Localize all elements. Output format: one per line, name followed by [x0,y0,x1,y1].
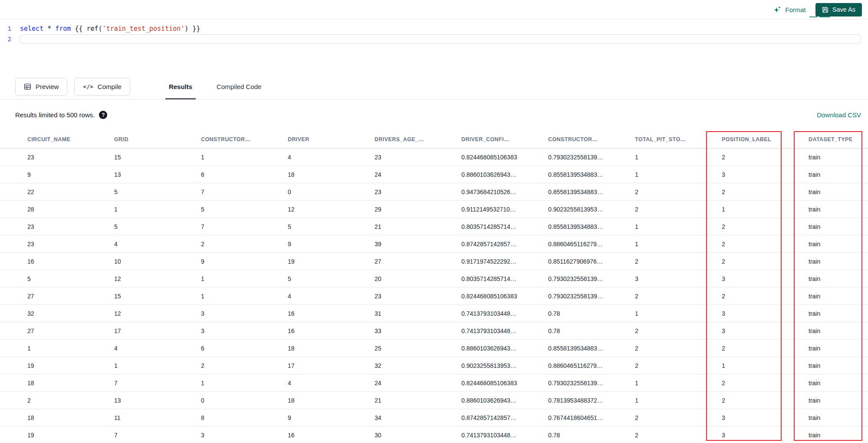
help-icon[interactable]: ? [99,111,107,119]
table-row: 271514230.8244680851063830.7930232558139… [0,288,868,305]
table-cell: 9 [22,171,108,178]
table-cell: 2 [629,293,716,300]
table-cell: 1 [629,397,716,404]
table-cell: 4 [282,154,369,161]
table-row: 23575210.8035714285714…0.8558139534883…1… [0,218,868,235]
table-cell: 3 [716,432,803,439]
table-cell: 2 [629,327,716,334]
table-cell: 0.824468085106383 [456,154,542,161]
table-row: 281512290.9112149532710…0.9023255813953…… [0,201,868,218]
code-line[interactable]: 2 [0,34,868,44]
table-row: 231514230.8244680851063830.7930232558139… [0,149,868,166]
table-cell: 0.7413793103448… [456,432,542,439]
code-content[interactable] [20,34,861,44]
tab-compiled-code[interactable]: Compiled Code [204,74,273,99]
column-header[interactable]: DRIVER_CONFI… [456,136,542,142]
table-cell: 13 [108,397,195,404]
format-label: Format [785,6,806,13]
save-as-label: Save As [832,6,855,13]
table-cell: 3 [716,327,803,334]
table-cell: 0.7930232558139… [542,154,629,161]
table-cell: 4 [108,241,195,248]
column-header[interactable]: DRIVERS_AGE_… [369,136,456,142]
table-cell: 0.9473684210526… [456,188,542,195]
table-cell: 0.8558139534883… [542,223,629,230]
preview-button[interactable]: Preview [15,78,67,96]
table-cell: 2 [629,188,716,195]
format-button[interactable]: Format [773,6,806,13]
table-cell: 2 [716,258,803,265]
save-as-menu-edge-artifact [809,17,830,17]
table-row: 197316300.7413793103448…0.7823train [0,426,868,443]
table-cell: 25 [369,345,456,352]
table-cell: train [803,206,868,213]
table-cell: 18 [22,414,108,421]
table-cell: 0.8860103626943… [456,345,542,352]
table-cell: 7 [108,432,195,439]
table-cell: 3 [716,310,803,317]
table-cell: 24 [369,171,456,178]
table-cell: 13 [108,171,195,178]
column-header[interactable]: POSITION_LABEL [716,136,803,142]
code-line[interactable]: 1select * from {{ ref('train_test_positi… [0,23,868,34]
results-limit-wrap: Results limited to 500 rows. ? [15,111,107,119]
table-cell: 1 [629,223,716,230]
table-row: 18714240.8244680851063830.7930232558139…… [0,374,868,392]
results-table: CIRCUIT_NAMEGRIDCONSTRUCTOR…DRIVERDRIVER… [0,130,868,443]
table-cell: 0.8860103626943… [456,171,542,178]
table-cell: train [803,432,868,439]
table-cell: 10 [108,258,195,265]
table-cell: 16 [22,258,108,265]
table-cell: 1 [629,241,716,248]
column-header[interactable]: DRIVER [282,136,369,142]
table-cell: 2 [629,345,716,352]
table-cell: 20 [369,275,456,282]
table-cell: 2 [629,206,716,213]
column-header[interactable]: DATASET_TYPE [803,136,868,142]
tab-results[interactable]: Results [157,74,204,99]
compile-label: Compile [98,83,122,90]
table-cell: 32 [22,310,108,317]
download-csv-link[interactable]: Download CSV [817,111,861,119]
table-cell: 2 [629,432,716,439]
code-editor[interactable]: 1select * from {{ ref('train_test_positi… [0,20,868,74]
table-cell: 0.8511627906976… [542,258,629,265]
table-cell: 1 [195,293,282,300]
table-cell: train [803,414,868,421]
table-header-row: CIRCUIT_NAMEGRIDCONSTRUCTOR…DRIVERDRIVER… [0,130,868,149]
table-cell: 17 [108,327,195,334]
table-cell: 0.9023255813953… [456,362,542,369]
results-info-bar: Results limited to 500 rows. ? Download … [0,99,868,130]
table-cell: train [803,275,868,282]
column-header[interactable]: CIRCUIT_NAME [22,136,108,142]
table-row: 913618240.8860103626943…0.8558139534883…… [0,166,868,183]
table-row: 22570230.9473684210526…0.8558139534883…2… [0,183,868,201]
table-cell: train [803,154,868,161]
table-body: 231514230.8244680851063830.7930232558139… [0,149,868,443]
code-token: 'train_test_position' [102,25,185,33]
table-cell: train [803,345,868,352]
table-cell: 18 [282,345,369,352]
table-cell: 1 [629,380,716,387]
table-cell: train [803,310,868,317]
table-cell: train [803,327,868,334]
compile-button[interactable]: </> Compile [74,78,130,96]
code-content[interactable]: select * from {{ ref('train_test_positio… [20,25,861,33]
table-cell: 15 [108,154,195,161]
column-header[interactable]: GRID [108,136,195,142]
action-bar: Preview </> Compile ResultsCompiled Code [0,74,868,99]
column-header[interactable]: TOTAL_PIT_STO… [629,136,716,142]
table-cell: 23 [22,154,108,161]
code-token: select [20,25,43,33]
table-cell: 2 [716,345,803,352]
table-cell: train [803,241,868,248]
column-header[interactable]: CONSTRUCTOR… [542,136,629,142]
table-cell: 12 [108,275,195,282]
table-cell: 4 [282,380,369,387]
table-cell: 11 [108,414,195,421]
column-header[interactable]: CONSTRUCTOR… [195,136,282,142]
table-cell: 0.824468085106383 [456,293,542,300]
table-cell: 2 [716,380,803,387]
save-as-button[interactable]: Save As [815,3,862,17]
table-cell: train [803,293,868,300]
